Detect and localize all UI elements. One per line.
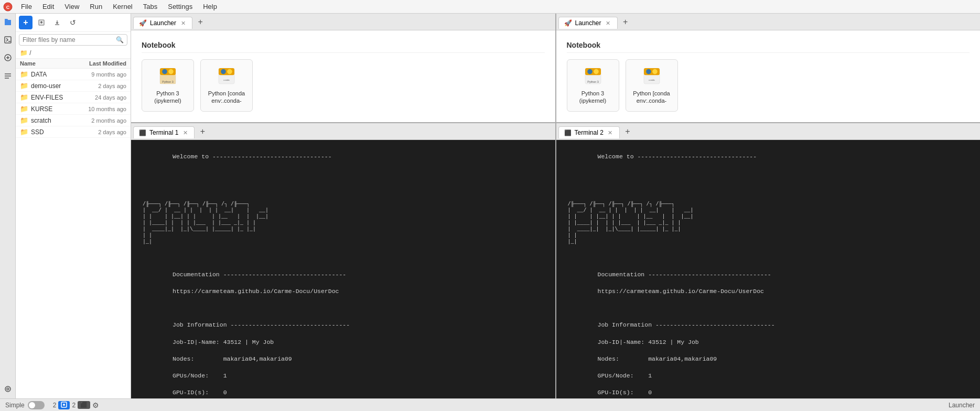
col-name-header[interactable]: Name bbox=[20, 60, 77, 67]
sidebar-running-icon[interactable] bbox=[2, 34, 14, 46]
tab-launcher-2[interactable]: 🚀 Launcher ✕ bbox=[558, 17, 618, 29]
terminal-2-nodes: Nodes: makaria04,makaria09 bbox=[598, 355, 717, 362]
panel-top-right-add-button[interactable]: + bbox=[620, 16, 631, 28]
menu-edit[interactable]: Edit bbox=[38, 2, 58, 12]
panel-top-left-add-button[interactable]: + bbox=[195, 16, 206, 28]
tab-terminal-1[interactable]: ⬛ Terminal 1 ✕ bbox=[133, 126, 195, 138]
file-list-header: Name Last Modified bbox=[16, 59, 131, 69]
col-modified-header[interactable]: Last Modified bbox=[77, 60, 126, 67]
refresh-button[interactable]: ↺ bbox=[66, 16, 80, 29]
file-modified: 9 months ago bbox=[77, 71, 126, 78]
sidebar-extensions-icon[interactable] bbox=[2, 383, 14, 395]
menu-help[interactable]: Help bbox=[199, 2, 221, 12]
menu-run[interactable]: Run bbox=[85, 2, 106, 12]
terminal-1-gpus-node: GPUs/Node: 1 bbox=[173, 372, 227, 379]
svg-text:conda: conda bbox=[649, 79, 655, 81]
panel-top-left: 🚀 Launcher ✕ + Notebook bbox=[131, 14, 556, 122]
panel-bottom-right-add-button[interactable]: + bbox=[622, 126, 633, 137]
panel-bottom-left: ⬛ Terminal 1 ✕ + Welcome to ------------… bbox=[131, 123, 556, 398]
menu-settings[interactable]: Settings bbox=[164, 2, 197, 12]
sidebar-icons bbox=[0, 14, 16, 398]
conda-icon: conda bbox=[217, 67, 236, 85]
menu-tabs[interactable]: Tabs bbox=[139, 2, 161, 12]
file-name: KURSE bbox=[31, 105, 77, 113]
file-row[interactable]: 📁 KURSE 10 months ago bbox=[16, 103, 131, 115]
terminal-1-ascii-art: /╟───┐ /╟──┐ /╟──┐ /╟──┐ /┐ /╟───┐ | __/… bbox=[136, 195, 550, 245]
svg-point-33 bbox=[652, 69, 658, 74]
panel-bottom-left-tabbar: ⬛ Terminal 1 ✕ + bbox=[131, 123, 555, 140]
launcher-2-close-button[interactable]: ✕ bbox=[605, 19, 612, 27]
sidebar-props-icon[interactable] bbox=[2, 69, 14, 82]
terminal-2-content[interactable]: Welcome to -----------------------------… bbox=[556, 140, 981, 398]
file-modified: 2 months ago bbox=[77, 117, 126, 124]
upload-button[interactable] bbox=[35, 16, 48, 29]
terminal-1-close-button[interactable]: ✕ bbox=[181, 129, 189, 136]
terminal-2-close-button[interactable]: ✕ bbox=[607, 129, 614, 136]
panel-top-right-tabbar: 🚀 Launcher ✕ + bbox=[556, 14, 981, 30]
panel-bottom-right-tabbar: ⬛ Terminal 2 ✕ + bbox=[556, 123, 981, 140]
svg-point-11 bbox=[7, 388, 9, 390]
file-name: SSD bbox=[31, 128, 77, 136]
search-icon: 🔍 bbox=[116, 36, 124, 44]
file-row[interactable]: 📁 SSD 2 days ago bbox=[16, 126, 131, 138]
file-name: scratch bbox=[31, 117, 77, 124]
tab-terminal-2[interactable]: ⬛ Terminal 2 ✕ bbox=[558, 126, 620, 138]
sidebar-commands-icon[interactable] bbox=[2, 51, 14, 64]
kernel-box[interactable] bbox=[58, 401, 70, 409]
breadcrumb: 📁 / bbox=[16, 48, 131, 59]
file-name: DATA bbox=[31, 71, 77, 78]
terminal-1-job-info-line: Job Information ------------------------… bbox=[173, 321, 350, 328]
launcher-item-python3[interactable]: Python 3 Python 3(ipykernel) bbox=[142, 59, 194, 112]
menu-kernel[interactable]: Kernel bbox=[109, 2, 137, 12]
tab-launcher-1[interactable]: 🚀 Launcher ✕ bbox=[133, 17, 192, 29]
svg-text:Python 3: Python 3 bbox=[587, 80, 598, 83]
launcher-2-item-python3[interactable]: Python 3 Python 3(ipykernel) bbox=[567, 59, 619, 112]
terminal-1-content[interactable]: Welcome to -----------------------------… bbox=[131, 140, 555, 398]
launcher-section-notebook: Notebook bbox=[142, 41, 545, 53]
file-row[interactable]: 📁 scratch 2 months ago bbox=[16, 115, 131, 126]
status-settings-icon[interactable]: ⚙ bbox=[92, 401, 99, 409]
terminal-count-box[interactable]: ⬛ bbox=[78, 401, 90, 409]
search-box[interactable]: 🔍 bbox=[19, 34, 127, 46]
download-button[interactable] bbox=[50, 16, 64, 29]
terminal-2-gpus-node: GPUs/Node: 1 bbox=[598, 372, 652, 379]
terminal-1-nodes: Nodes: makaria04,makaria09 bbox=[173, 355, 292, 362]
menu-file[interactable]: File bbox=[17, 2, 36, 12]
file-row[interactable]: 📁 DATA 9 months ago bbox=[16, 69, 131, 80]
app-logo: C bbox=[3, 2, 13, 12]
terminal-2-ascii-art: /╟───┐ /╟──┐ /╟──┐ /╟──┐ /┐ /╟───┐ | __/… bbox=[562, 195, 975, 245]
conda-2-icon: conda bbox=[642, 67, 661, 85]
launcher-item-python3-label: Python 3(ipykernel) bbox=[154, 90, 181, 105]
file-row[interactable]: 📁 ENV-FILES 24 days ago bbox=[16, 92, 131, 103]
svg-text:C: C bbox=[6, 5, 10, 10]
file-folder-icon: 📁 bbox=[20, 128, 28, 136]
file-modified: 10 months ago bbox=[77, 106, 126, 112]
terminal-2-tab-icon: ⬛ bbox=[564, 129, 572, 136]
file-row[interactable]: 📁 demo-user 2 days ago bbox=[16, 80, 131, 92]
terminal-2-welcome: Welcome to -----------------------------… bbox=[598, 153, 757, 160]
launcher-2-tab-label: Launcher bbox=[575, 19, 601, 27]
file-modified: 2 days ago bbox=[77, 129, 126, 135]
status-launcher-label: Launcher bbox=[949, 402, 975, 409]
menu-view[interactable]: View bbox=[60, 2, 83, 12]
panel-bottom-left-add-button[interactable]: + bbox=[197, 126, 208, 137]
terminal-1-gpu-ids: GPU-ID(s): 0 bbox=[173, 389, 227, 396]
launcher-1-close-button[interactable]: ✕ bbox=[179, 19, 187, 27]
sidebar-files-icon[interactable] bbox=[2, 16, 14, 28]
svg-text:Python 3: Python 3 bbox=[162, 80, 173, 83]
panels-bottom: ⬛ Terminal 1 ✕ + Welcome to ------------… bbox=[131, 123, 980, 398]
launcher-item-conda[interactable]: conda Python [condaenv:.conda- bbox=[200, 59, 253, 112]
search-input[interactable] bbox=[23, 36, 116, 44]
svg-point-10 bbox=[5, 386, 10, 392]
panels-top: 🚀 Launcher ✕ + Notebook bbox=[131, 14, 980, 123]
file-list: 📁 DATA 9 months ago 📁 demo-user 2 days a… bbox=[16, 69, 131, 398]
file-modified: 24 days ago bbox=[77, 94, 126, 101]
launcher-2-item-conda[interactable]: conda Python [condaenv:.conda- bbox=[626, 59, 678, 112]
new-file-button[interactable]: + bbox=[19, 16, 33, 29]
terminal-2-doc-line: Documentation --------------------------… bbox=[598, 271, 771, 278]
file-modified: 2 days ago bbox=[77, 83, 126, 89]
mode-toggle[interactable] bbox=[28, 401, 45, 409]
terminal-2-tab-label: Terminal 2 bbox=[575, 129, 604, 136]
status-mode: Simple bbox=[5, 401, 45, 409]
terminal-count-number: 2 bbox=[72, 402, 76, 409]
